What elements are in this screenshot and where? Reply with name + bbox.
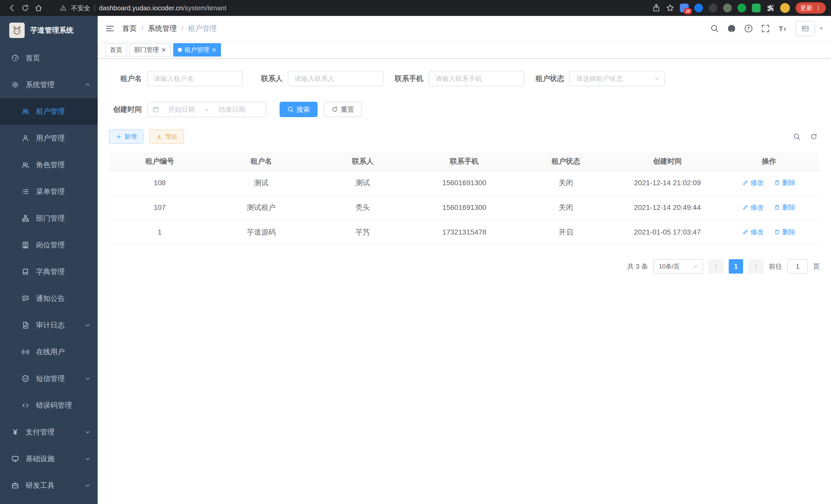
search-icon [287,106,294,113]
date-range-picker[interactable]: - [147,102,266,117]
sidebar-item-sms[interactable]: 短信管理 [0,365,98,392]
extension-icon-3[interactable] [709,4,717,12]
home-icon[interactable] [32,2,45,14]
hamburger-icon[interactable] [98,16,122,41]
extension-icon-5[interactable] [738,4,746,12]
sidebar-item-audit-log[interactable]: 审计日志 [0,312,98,338]
reset-button[interactable]: 重置 [324,102,362,117]
refresh-icon[interactable] [810,133,818,141]
edit-button[interactable]: 修改 [742,178,764,187]
next-page-button[interactable] [748,259,764,274]
prev-page-button[interactable] [708,259,724,274]
address-bar[interactable]: 不安全 dashboard.yudao.iocoder.cn/system/te… [60,4,652,12]
sidebar-item-dept[interactable]: 部门管理 [0,205,98,232]
search-button[interactable]: 搜索 [280,102,318,117]
svg-text:?: ? [747,26,750,31]
pagination: 共 3 条 10条/页 1 前往 页 [109,259,820,274]
delete-label: 删除 [782,203,796,212]
page-content: 租户名 联系人 联系手机 租户状态 请选择租户状态 [98,59,831,504]
help-icon[interactable]: ? [741,21,756,36]
sidebar-item-label: 字典管理 [36,267,65,277]
tenant-status-select[interactable]: 请选择租户状态 [569,71,665,86]
sidebar-item-label: 通知公告 [36,294,65,303]
goto-page-input[interactable] [787,259,808,274]
end-date-input[interactable] [212,106,252,114]
breadcrumb-item[interactable]: 首页 [122,24,137,33]
cell-tenant-id: 107 [109,195,210,220]
delete-button[interactable]: 删除 [774,228,796,237]
sidebar-item-error-code[interactable]: 错误码管理 [0,392,98,419]
page-size-select[interactable]: 10条/页 [653,259,703,274]
cell-tenant-name: 芋道源码 [210,220,312,244]
extension-icon-2[interactable] [694,4,703,12]
sidebar-item-label: 部门管理 [36,213,65,223]
font-size-icon[interactable]: TT [774,21,791,36]
extension-icon-4[interactable] [723,4,732,12]
broken-image-icon [801,25,809,32]
sidebar-item-label: 短信管理 [36,374,65,384]
contact-input[interactable] [288,71,383,86]
message-icon [22,295,29,302]
chrome-update-button[interactable]: 更新 [796,2,826,13]
download-icon [156,134,163,140]
sidebar-item-menu[interactable]: 菜单管理 [0,178,98,205]
extensions-puzzle-icon[interactable] [766,4,774,12]
delete-button[interactable]: 删除 [774,203,796,212]
sidebar-item-online-user[interactable]: 在线用户 [0,338,98,365]
col-status: 租户状态 [515,152,617,171]
navbar-tools: ? TT [707,21,831,36]
tab-label: 租户管理 [184,46,209,54]
sidebar-item-role[interactable]: 角色管理 [0,152,98,178]
tab-home[interactable]: 首页 [105,43,127,57]
extension-icon-6[interactable] [752,4,761,12]
delete-button[interactable]: 删除 [774,178,796,187]
start-date-input[interactable] [161,106,201,114]
sidebar-item-label: 研发工具 [26,481,55,491]
sidebar-item-system[interactable]: 系统管理 [0,71,98,98]
bookmark-star-icon[interactable] [666,4,674,12]
tenants-icon [22,108,29,115]
date-separator: - [203,106,210,114]
current-page[interactable]: 1 [729,259,743,274]
sidebar-item-home[interactable]: 首页 [0,45,98,71]
sidebar-logo[interactable]: 芋道管理系统 [0,16,98,45]
update-label: 更新 [800,4,812,12]
search-icon[interactable] [707,21,722,36]
sidebar-item-post[interactable]: 岗位管理 [0,232,98,259]
sidebar-item-dict[interactable]: 字典管理 [0,259,98,285]
user-avatar[interactable] [796,21,815,36]
back-icon[interactable] [5,2,19,14]
active-tab-dot [178,48,182,52]
sidebar-item-label: 错误码管理 [36,401,72,410]
chevron-down-icon [85,322,90,328]
sidebar-item-user[interactable]: 用户管理 [0,125,98,152]
github-icon[interactable] [724,21,740,36]
close-icon[interactable] [212,48,217,52]
caret-down-icon[interactable] [819,26,824,31]
profile-avatar[interactable] [780,3,790,13]
sidebar-item-notice[interactable]: 通知公告 [0,285,98,312]
edit-button[interactable]: 修改 [742,228,764,237]
table-header-row: 租户编号 租户名 联系人 联系手机 租户状态 创建时间 操作 [109,152,820,171]
edit-button[interactable]: 修改 [742,203,764,212]
extension-icon-1[interactable]: 10 [680,4,689,12]
reload-icon[interactable] [19,2,32,14]
total-count: 共 3 条 [627,262,648,271]
breadcrumb-item[interactable]: 系统管理 [148,24,177,33]
fullscreen-icon[interactable] [757,21,773,36]
tenant-name-input[interactable] [147,71,242,86]
org-tree-icon [22,214,29,222]
briefcase-icon [11,482,19,490]
sidebar-item-tenant[interactable]: 租户管理 [0,98,98,125]
close-icon[interactable] [161,48,166,52]
add-button[interactable]: 新增 [109,129,143,144]
share-icon[interactable] [652,4,660,12]
sidebar-item-devtools[interactable]: 研发工具 [0,472,98,499]
toggle-search-icon[interactable] [793,133,801,141]
phone-input[interactable] [429,71,524,86]
sidebar-item-pay[interactable]: ¥ 支付管理 [0,419,98,445]
tab-dept[interactable]: 部门管理 [130,43,171,57]
export-button[interactable]: 导出 [149,129,184,144]
sidebar-item-infra[interactable]: 基础设施 [0,445,98,472]
tab-tenant[interactable]: 租户管理 [173,43,221,57]
